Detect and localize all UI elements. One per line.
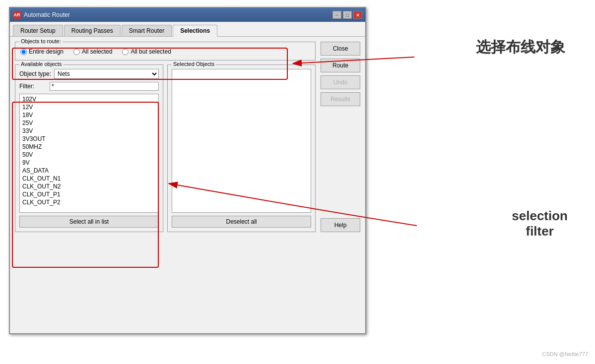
minimize-button[interactable]: −	[332, 11, 341, 19]
objects-to-route-label: Objects to route:	[19, 38, 63, 44]
selected-objects-label: Selected Objects	[172, 61, 216, 67]
object-type-row: Object type: Nets Components Net Classes	[19, 69, 159, 79]
list-item[interactable]: 50V	[21, 151, 157, 159]
app-icon: AR	[13, 11, 21, 19]
selected-objects-box: Selected Objects Deselect all	[167, 64, 316, 232]
selection-filter-annotation: selection filter	[512, 208, 568, 239]
selected-objects-list[interactable]	[172, 69, 311, 213]
list-item[interactable]: CLK_OUT_P2	[21, 198, 157, 206]
list-item[interactable]: 9V	[21, 159, 157, 167]
list-item[interactable]: 25V	[21, 119, 157, 127]
close-window-button[interactable]: ✕	[353, 11, 362, 19]
zh-annotation: 选择布线对象	[476, 37, 565, 58]
results-button[interactable]: Results	[321, 92, 360, 106]
list-item[interactable]: 102V	[21, 95, 157, 103]
available-objects-box: Available objects Object type: Nets Comp…	[15, 64, 163, 232]
available-objects-label: Available objects	[19, 61, 63, 67]
radio-all-selected[interactable]: All selected	[73, 48, 112, 55]
maximize-button[interactable]: □	[343, 11, 352, 19]
select-all-button[interactable]: Select all in list	[19, 216, 159, 228]
watermark: CSDN @Nettie777	[542, 351, 588, 357]
deselect-all-button[interactable]: Deselect all	[172, 216, 311, 228]
two-column-section: Available objects Object type: Nets Comp…	[15, 64, 316, 232]
filter-row: Filter:	[19, 82, 159, 91]
tab-selections[interactable]: Selections	[173, 25, 217, 37]
window-controls: − □ ✕	[332, 11, 362, 19]
list-item[interactable]: 12V	[21, 103, 157, 111]
list-item[interactable]: 33V	[21, 127, 157, 135]
radio-all-but-selected[interactable]: All but selected	[122, 48, 171, 55]
list-item[interactable]: AS_DATA	[21, 167, 157, 175]
filter-input[interactable]	[50, 82, 159, 91]
main-window: AR Automatic Router − □ ✕ Router Setup R…	[9, 7, 366, 334]
list-item[interactable]: 3V3OUT	[21, 135, 157, 143]
undo-button[interactable]: Undo	[321, 75, 360, 89]
objects-to-route-group: Objects to route: Entire design All sele…	[15, 42, 316, 61]
close-button[interactable]: Close	[321, 42, 360, 56]
tab-smart-router[interactable]: Smart Router	[122, 25, 172, 36]
window-title: Automatic Router	[24, 11, 332, 18]
route-button[interactable]: Route	[321, 59, 360, 72]
list-item[interactable]: CLK_OUT_N1	[21, 175, 157, 182]
list-item[interactable]: CLK_OUT_N2	[21, 182, 157, 190]
list-item[interactable]: 18V	[21, 111, 157, 119]
list-item[interactable]: 50MHZ	[21, 143, 157, 151]
help-button[interactable]: Help	[321, 218, 360, 232]
left-panel: Objects to route: Entire design All sele…	[15, 42, 316, 232]
filter-label: Filter:	[19, 83, 47, 90]
tab-router-setup[interactable]: Router Setup	[13, 25, 63, 36]
tab-routing-passes[interactable]: Routing Passes	[64, 25, 121, 36]
tab-bar: Router Setup Routing Passes Smart Router…	[10, 22, 365, 37]
right-buttons-panel: Close Route Undo Results Help	[321, 42, 360, 232]
route-radio-group: Entire design All selected All but selec…	[20, 48, 310, 55]
object-type-select[interactable]: Nets Components Net Classes	[54, 69, 159, 79]
radio-entire-design[interactable]: Entire design	[20, 48, 64, 55]
titlebar: AR Automatic Router − □ ✕	[10, 8, 365, 22]
list-item[interactable]: CLK_OUT_P1	[21, 190, 157, 198]
content-area: Objects to route: Entire design All sele…	[10, 37, 365, 237]
object-type-label: Object type:	[19, 70, 51, 77]
available-objects-list[interactable]: 102V 12V 18V 25V 33V 3V3OUT 50MHZ 50V 9V…	[19, 94, 159, 213]
